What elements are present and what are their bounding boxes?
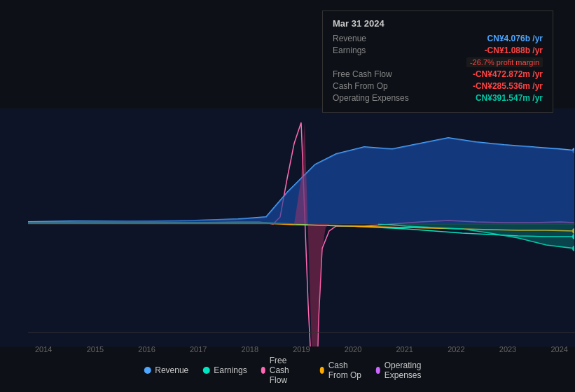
opex-legend-label: Operating Expenses (385, 360, 431, 380)
opex-value: CN¥391.547m /yr (476, 93, 543, 103)
revenue-legend-label: Revenue (155, 365, 188, 375)
tooltip-box: Mar 31 2024 Revenue CN¥4.076b /yr Earnin… (322, 10, 553, 113)
legend-earnings: Earnings (202, 365, 247, 375)
revenue-value: CN¥4.076b /yr (487, 34, 543, 43)
cashfromop-value: -CN¥285.536m /yr (473, 81, 543, 91)
cashfromop-dot (320, 367, 324, 374)
x-label-2014: 2014 (35, 345, 52, 354)
legend-revenue: Revenue (144, 365, 188, 375)
x-label-2015: 2015 (87, 345, 104, 354)
x-label-2023: 2023 (499, 345, 516, 354)
earnings-legend-label: Earnings (214, 365, 247, 375)
earnings-dot (202, 367, 209, 374)
x-label-2018: 2018 (242, 345, 258, 354)
chart-svg (0, 108, 575, 346)
earnings-value: -CN¥1.088b /yr (485, 46, 543, 55)
fcf-dot (261, 367, 265, 374)
profit-margin-badge: -26.7% profit margin (466, 57, 543, 67)
earnings-label: Earnings (333, 46, 417, 55)
opex-dot (376, 367, 380, 374)
fcf-label: Free Cash Flow (333, 69, 417, 79)
legend-opex: Operating Expenses (376, 360, 431, 380)
x-label-2022: 2022 (448, 345, 464, 354)
profit-margin-row: -26.7% profit margin (333, 57, 543, 67)
fcf-value: -CN¥472.872m /yr (473, 69, 543, 79)
chart-legend: Revenue Earnings Free Cash Flow Cash Fro… (144, 356, 431, 385)
x-label-2017: 2017 (190, 345, 207, 354)
fcf-legend-label: Free Cash Flow (270, 356, 306, 385)
legend-fcf: Free Cash Flow (261, 356, 306, 385)
revenue-label: Revenue (333, 34, 417, 43)
opex-label: Operating Expenses (333, 93, 417, 103)
cashfromop-legend-label: Cash From Op (328, 360, 362, 380)
tooltip-earnings: Earnings -CN¥1.088b /yr (333, 46, 543, 55)
x-label-2016: 2016 (138, 345, 155, 354)
x-label-2021: 2021 (396, 345, 413, 354)
tooltip-date: Mar 31 2024 (333, 18, 543, 29)
x-axis-labels: 2014 2015 2016 2017 2018 2019 2020 2021 … (28, 345, 575, 354)
cashfromop-label: Cash From Op (333, 81, 417, 91)
x-label-2019: 2019 (293, 345, 310, 354)
tooltip-cashfromop: Cash From Op -CN¥285.536m /yr (333, 81, 543, 91)
tooltip-fcf: Free Cash Flow -CN¥472.872m /yr (333, 69, 543, 79)
legend-cashfromop: Cash From Op (320, 360, 362, 380)
revenue-dot (144, 367, 151, 374)
x-label-2024: 2024 (550, 345, 567, 354)
tooltip-revenue: Revenue CN¥4.076b /yr (333, 34, 543, 43)
tooltip-opex: Operating Expenses CN¥391.547m /yr (333, 93, 543, 103)
chart-container: Mar 31 2024 Revenue CN¥4.076b /yr Earnin… (0, 0, 575, 392)
x-label-2020: 2020 (345, 345, 361, 354)
